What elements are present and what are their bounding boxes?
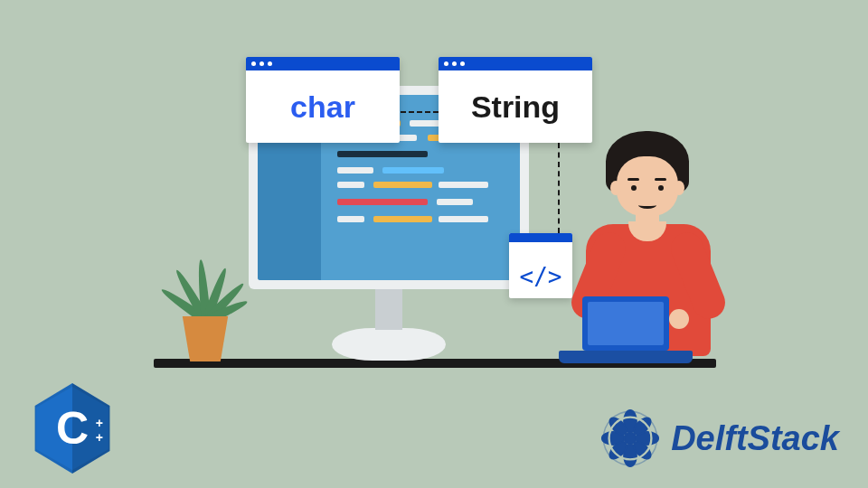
- brand: DelftStack: [595, 403, 839, 474]
- svg-point-0: [625, 433, 636, 444]
- card-char-label: char: [246, 70, 400, 143]
- laptop: [559, 296, 693, 363]
- code-icon: </>: [509, 263, 572, 290]
- card-string-label: String: [439, 70, 592, 143]
- brand-name: DelftStack: [671, 419, 839, 458]
- dashed-connector-horizontal: [401, 111, 439, 113]
- cpp-plus-icon: +: [96, 430, 103, 445]
- card-char: char: [246, 57, 400, 143]
- card-string: String: [439, 57, 592, 143]
- brand-emblem-icon: [595, 403, 665, 474]
- cpp-plus-icon: +: [96, 416, 103, 430]
- plant: [167, 262, 240, 361]
- dashed-connector-vertical: [558, 143, 560, 233]
- code-window: </>: [509, 233, 572, 298]
- card-titlebar: [439, 57, 592, 70]
- code-window-titlebar: [509, 233, 572, 242]
- card-titlebar: [246, 57, 400, 70]
- cpp-logo: C + +: [27, 380, 118, 477]
